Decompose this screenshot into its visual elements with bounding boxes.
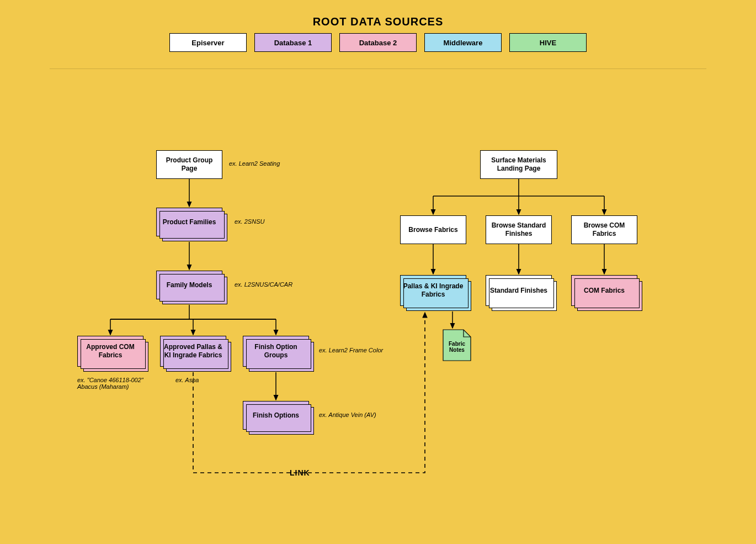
node-browse-standard-finishes: Browse Standard Finishes (486, 215, 552, 244)
node-finish-option-groups: Finish Option Groups (243, 336, 309, 367)
legend-middleware: Middleware (424, 33, 502, 52)
node-finish-options: Finish Options (243, 401, 309, 430)
annot-family-models: ex. L2SNUS/CA/CAR (235, 281, 292, 288)
legend-episerver: Episerver (169, 33, 247, 52)
divider-line (50, 68, 706, 69)
annot-product-group-page: ex. Learn2 Seating (229, 160, 280, 167)
node-approved-com-fabrics: Approved COM Fabrics (77, 336, 143, 367)
node-pallas-ki-ingrade-fabrics: Pallas & KI Ingrade Fabrics (400, 275, 466, 306)
page-title: ROOT DATA SOURCES (0, 15, 756, 28)
node-browse-fabrics: Browse Fabrics (400, 215, 466, 244)
annot-finish-options: ex. Antique Vein (AV) (319, 411, 376, 418)
legend-database-1: Database 1 (254, 33, 332, 52)
annot-product-families: ex. 2SNSU (235, 218, 264, 225)
link-label: LINK (290, 468, 310, 477)
connector-lines (0, 0, 756, 544)
annot-approved-com-fabrics: ex. "Canoe 466118-002" Abacus (Maharam) (77, 377, 155, 390)
fabric-notes-label: Fabric Notes (443, 329, 471, 361)
node-product-group-page: Product Group Page (156, 150, 222, 179)
node-standard-finishes: Standard Finishes (486, 275, 552, 306)
node-product-families: Product Families (156, 208, 222, 236)
annot-finish-option-groups: ex. Learn2 Frame Color (319, 347, 383, 353)
legend-hive: HIVE (509, 33, 587, 52)
node-family-models: Family Models (156, 271, 222, 299)
node-com-fabrics: COM Fabrics (571, 275, 637, 306)
annot-approved-pallas-ki: ex. Asha (175, 377, 199, 383)
legend-database-2: Database 2 (339, 33, 417, 52)
node-surface-materials-landing: Surface Materials Landing Page (480, 150, 557, 179)
node-fabric-notes: Fabric Notes (443, 329, 471, 361)
legend-row: Episerver Database 1 Database 2 Middlewa… (0, 33, 756, 52)
node-browse-com-fabrics: Browse COM Fabrics (571, 215, 637, 244)
node-approved-pallas-ki: Approved Pallas & KI Ingrade Fabrics (160, 336, 226, 367)
